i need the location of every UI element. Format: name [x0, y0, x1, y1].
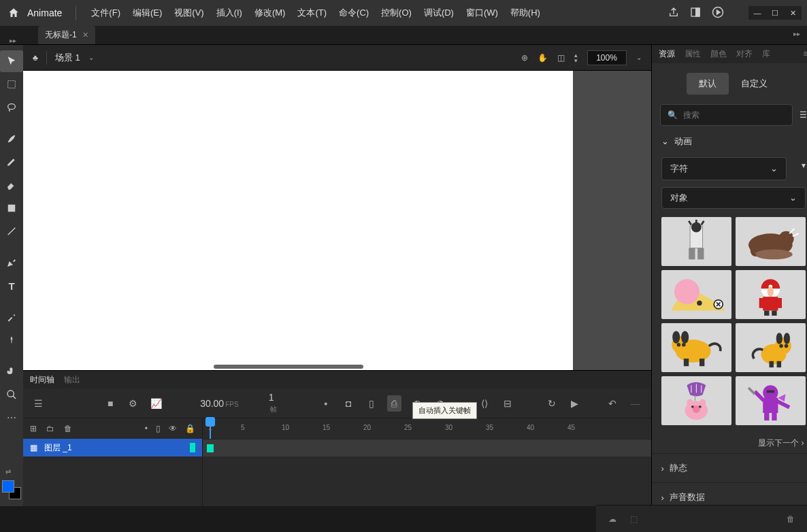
layer-depth-icon[interactable]: ⚙ [126, 398, 141, 409]
asset-thumbnail[interactable] [736, 376, 806, 425]
grid-view-icon[interactable]: ☰ [800, 110, 807, 120]
redo-icon[interactable]: — [628, 398, 643, 409]
menu-command[interactable]: 命令(C) [333, 4, 374, 22]
share-icon[interactable] [668, 7, 679, 20]
zoom-value[interactable]: 100% [587, 50, 627, 65]
loop-icon[interactable]: ↻ [544, 398, 559, 409]
subtab-default[interactable]: 默认 [687, 73, 729, 95]
undo-icon[interactable]: ↶ [605, 398, 620, 409]
text-tool[interactable]: T [0, 275, 23, 297]
play-button[interactable]: ▶ [567, 398, 582, 409]
asset-thumbnail[interactable] [661, 217, 731, 266]
stage-scrollbar[interactable] [214, 365, 363, 369]
menu-modify[interactable]: 修改(M) [249, 4, 291, 22]
lasso-tool[interactable] [0, 97, 23, 118]
clip-content-icon[interactable]: ◫ [557, 53, 565, 63]
close-button[interactable]: ✕ [784, 6, 802, 20]
asset-thumbnail[interactable] [736, 217, 806, 266]
stage-canvas[interactable] [23, 71, 573, 370]
camera-icon[interactable]: ■ [103, 398, 118, 409]
free-transform-tool[interactable] [0, 73, 23, 95]
eraser-tool[interactable] [0, 174, 23, 196]
delete-layer-icon[interactable]: 🗑 [64, 424, 72, 433]
zoom-tool[interactable] [0, 384, 23, 405]
collapse-right-icon[interactable]: ▸▸ [793, 30, 800, 37]
fluid-brush-tool[interactable] [0, 128, 23, 150]
line-tool[interactable] [0, 220, 23, 242]
visibility-icon[interactable]: 👁 [169, 424, 177, 433]
more-tools-icon[interactable]: ⋯ [0, 407, 23, 429]
tab-output[interactable]: 输出 [64, 374, 80, 386]
tween-icon[interactable]: ⊟ [500, 398, 515, 409]
tab-library[interactable]: 库 [762, 48, 770, 60]
center-stage-icon[interactable]: ⊕ [521, 53, 528, 63]
play-icon[interactable] [712, 6, 724, 20]
pin-tool[interactable] [0, 329, 23, 351]
keyframe[interactable] [207, 444, 214, 452]
fill-stroke-colors[interactable] [2, 480, 21, 499]
dropdown-objects[interactable]: 对象⌄ [661, 187, 806, 209]
tab-color[interactable]: 颜色 [710, 48, 727, 60]
trash-icon[interactable]: 🗑 [787, 514, 795, 524]
scene-dropdown-icon[interactable]: ⌄ [88, 54, 94, 61]
asset-thumbnail[interactable] [661, 323, 731, 372]
dropdown-characters[interactable]: 字符⌄ [661, 157, 787, 180]
outline-icon[interactable]: ▯ [156, 424, 161, 433]
filter-icon[interactable]: ▾ [802, 161, 806, 170]
menu-window[interactable]: 窗口(W) [461, 4, 504, 22]
fill-color[interactable] [2, 480, 14, 493]
menu-insert[interactable]: 插入(I) [211, 4, 248, 22]
pen-tool[interactable] [0, 252, 23, 273]
menu-edit[interactable]: 编辑(E) [127, 4, 167, 22]
zoom-dropdown-icon[interactable]: ⌄ [636, 54, 642, 61]
collapse-left-icon[interactable]: ▸▸ [10, 37, 16, 44]
workspace-icon[interactable] [690, 7, 701, 20]
subtab-custom[interactable]: 自定义 [729, 73, 780, 95]
lock-icon[interactable]: 🔒 [185, 424, 195, 433]
menu-help[interactable]: 帮助(H) [505, 4, 546, 22]
close-icon[interactable]: ✕ [82, 31, 88, 39]
frames-column[interactable]: 1 5 10 15 20 25 30 35 40 45 自动插入关键帧 [203, 418, 651, 506]
highlight-icon[interactable]: • [145, 424, 148, 433]
tab-properties[interactable]: 属性 [685, 48, 701, 60]
search-input-wrap[interactable]: 🔍 [660, 104, 793, 126]
menu-view[interactable]: 视图(V) [169, 4, 209, 22]
section-static[interactable]: ›静态 [652, 453, 808, 482]
upload-icon[interactable]: ☁ [608, 514, 616, 524]
swap-colors-icon[interactable]: ⇄ [5, 468, 18, 478]
marker-icon[interactable]: ⟨⟩ [477, 398, 492, 409]
asset-thumbnail[interactable] [661, 270, 731, 319]
search-input[interactable] [683, 110, 785, 120]
auto-keyframe-icon[interactable]: ⎙ [387, 395, 402, 412]
import-icon[interactable]: ⬚ [630, 514, 638, 524]
section-animation-header[interactable]: ⌄动画 [661, 135, 806, 148]
asset-thumbnail[interactable] [736, 270, 806, 319]
menu-control[interactable]: 控制(O) [376, 4, 417, 22]
frame-ruler[interactable]: 1 5 10 15 20 25 30 35 40 45 [203, 418, 651, 439]
keyframe-icon[interactable]: ▪ [318, 398, 333, 409]
layers-view-icon[interactable]: ☰ [31, 398, 46, 409]
frame-display[interactable]: 1帧 [269, 392, 282, 414]
fps-display[interactable]: 30.00FPS [200, 398, 239, 409]
document-tab[interactable]: 无标题-1 ✕ [38, 26, 95, 44]
frame-row[interactable] [203, 439, 651, 456]
home-icon[interactable] [5, 5, 22, 21]
menu-text[interactable]: 文本(T) [292, 4, 332, 22]
zoom-stepper-icon[interactable]: ▴▾ [574, 52, 578, 63]
layer-row[interactable]: ▦ 图层 _1 [23, 439, 202, 456]
menu-file[interactable]: 文件(F) [86, 4, 126, 22]
section-sound[interactable]: ›声音数据 [652, 482, 808, 506]
menu-debug[interactable]: 调试(D) [418, 4, 459, 22]
new-folder-icon[interactable]: 🗀 [46, 424, 54, 433]
tab-timeline[interactable]: 时间轴 [30, 374, 54, 386]
selection-tool[interactable] [0, 50, 23, 72]
stage-wrapper[interactable] [23, 71, 651, 370]
rotate-view-icon[interactable]: ✋ [538, 53, 548, 63]
graph-icon[interactable]: 📈 [149, 398, 164, 409]
blank-keyframe-icon[interactable]: ◘ [342, 398, 357, 409]
eyedropper-tool[interactable] [0, 306, 23, 328]
scene-name[interactable]: 场景 1 [55, 52, 80, 64]
scene-icon[interactable]: ♣ [33, 53, 38, 63]
tab-align[interactable]: 对齐 [736, 48, 753, 60]
asset-thumbnail[interactable] [736, 323, 806, 372]
